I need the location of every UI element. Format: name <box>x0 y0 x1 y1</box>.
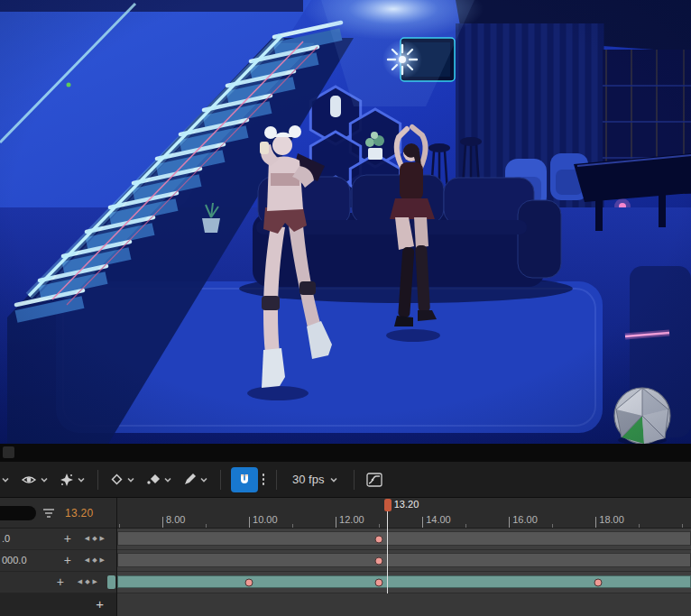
track-row-header[interactable]: + ◀◆▶ <box>0 572 116 593</box>
curve-grid-icon <box>366 473 382 487</box>
prev-key-button[interactable]: ◀ <box>78 578 85 584</box>
overflow-dropdown[interactable] <box>0 466 15 493</box>
ruler-minor-tick <box>206 524 207 528</box>
key-navigation: ◀◆▶ <box>85 556 107 564</box>
set-key-button[interactable]: ◆ <box>85 578 92 584</box>
snapping-toggle-button[interactable] <box>231 467 258 492</box>
track-section-teal[interactable] <box>117 575 691 588</box>
pen-icon <box>183 473 197 486</box>
add-track-button[interactable]: + <box>96 596 104 611</box>
filter-icon[interactable] <box>42 508 55 519</box>
keyframe-dot[interactable] <box>375 556 383 565</box>
3d-viewport[interactable] <box>0 0 691 444</box>
panel-corner-icon[interactable] <box>3 446 14 458</box>
next-key-button[interactable]: ▶ <box>100 556 107 563</box>
key-navigation: ◀◆▶ <box>85 535 107 542</box>
keyframe-dot[interactable] <box>245 578 253 586</box>
track-lane[interactable] <box>117 529 691 550</box>
ruler-minor-tick <box>119 524 120 528</box>
fps-dropdown[interactable]: 30 fps <box>283 466 347 493</box>
timeline-area: 8.0010.0012.0014.0016.0018.00 13.20 <box>117 498 691 616</box>
chevron-down-icon <box>77 476 86 483</box>
key-navigation: ◀◆▶ <box>78 578 100 585</box>
next-key-button[interactable]: ▶ <box>93 578 100 584</box>
track-row-header[interactable]: .0 + ◀◆▶ <box>0 529 116 550</box>
add-keyframe-button[interactable]: + <box>64 553 71 567</box>
ruler-major-tick <box>422 517 423 528</box>
ruler-major-tick <box>509 517 510 528</box>
chevron-down-icon <box>40 476 49 483</box>
keyframe-dot[interactable] <box>375 578 383 586</box>
ruler-tick-label: 8.00 <box>166 514 185 525</box>
set-key-button[interactable]: ◆ <box>92 535 99 541</box>
playhead-time-label: 13.20 <box>394 499 419 510</box>
track-row-header[interactable]: 000.0 + ◀◆▶ <box>0 550 116 572</box>
eye-icon <box>21 473 37 486</box>
current-time-display[interactable]: 13.20 <box>65 507 94 519</box>
track-lane[interactable] <box>117 572 691 593</box>
ruler-tick-label: 18.00 <box>599 514 624 525</box>
prev-key-button[interactable]: ◀ <box>85 556 92 563</box>
fill-options-button[interactable] <box>141 466 178 493</box>
chevron-down-icon <box>126 476 135 483</box>
magnet-icon <box>237 473 252 487</box>
set-key-button[interactable]: ◆ <box>92 556 99 563</box>
curve-editor-button[interactable] <box>361 466 388 493</box>
chevron-down-icon <box>163 476 172 483</box>
next-key-button[interactable]: ▶ <box>100 535 107 541</box>
track-panel: 13.20 .0 + ◀◆▶ 000.0 + ◀◆▶ + ◀◆▶ + <box>0 498 117 616</box>
track-section[interactable] <box>117 531 691 546</box>
key-diamond-icon <box>110 473 124 486</box>
ruler-minor-tick <box>639 524 640 528</box>
vignette <box>0 0 691 444</box>
snapping-options-menu[interactable] <box>258 467 269 492</box>
timeline-footer <box>117 593 691 616</box>
ruler-major-tick <box>336 517 336 528</box>
sequencer-toolbar: 30 fps <box>0 462 691 498</box>
track-panel-footer: + <box>0 593 116 616</box>
ruler-major-tick <box>249 517 250 528</box>
track-panel-header: 13.20 <box>0 498 116 529</box>
track-value: 000.0 <box>2 555 27 565</box>
chevron-down-icon <box>1 476 10 483</box>
toolbar-separator <box>220 470 221 490</box>
track-lane[interactable] <box>117 550 691 572</box>
view-options-button[interactable] <box>15 466 54 493</box>
ruler-minor-tick <box>379 524 380 528</box>
ruler-minor-tick <box>465 524 466 528</box>
ruler-tick-label: 14.00 <box>426 514 451 525</box>
ruler-major-tick <box>162 517 163 528</box>
ruler-tick-label: 12.00 <box>339 514 364 525</box>
ruler-minor-tick <box>682 524 683 528</box>
track-section[interactable] <box>117 553 691 567</box>
keyframe-dot[interactable] <box>375 535 383 543</box>
add-keyframe-button[interactable]: + <box>64 531 71 546</box>
sparkle-icon <box>60 473 74 487</box>
toolbar-separator <box>97 470 98 490</box>
track-color-chip <box>107 575 115 589</box>
ruler-tick-label: 10.00 <box>253 514 278 525</box>
playhead-line <box>387 511 389 593</box>
panel-divider-strip <box>0 444 691 462</box>
playhead-marker[interactable] <box>384 499 392 511</box>
toolbar-separator <box>276 470 277 490</box>
ruler-minor-tick <box>552 524 553 528</box>
prev-key-button[interactable]: ◀ <box>85 535 92 541</box>
edit-pen-options-button[interactable] <box>178 466 214 493</box>
keyframe-options-button[interactable] <box>105 466 141 493</box>
sequencer-timeline-panel: 13.20 .0 + ◀◆▶ 000.0 + ◀◆▶ + ◀◆▶ + 8.001… <box>0 498 691 616</box>
keyframe-dot[interactable] <box>594 578 602 586</box>
ruler-tick-label: 16.00 <box>512 514 538 525</box>
playback-options-button[interactable] <box>54 466 91 493</box>
toolbar-separator <box>354 470 355 490</box>
paint-bucket-icon <box>146 473 161 486</box>
search-box[interactable] <box>0 506 36 520</box>
chevron-down-icon <box>329 476 338 483</box>
add-keyframe-button[interactable]: + <box>57 575 64 589</box>
ruler-major-tick <box>595 517 596 528</box>
ruler-minor-tick <box>292 524 293 528</box>
chevron-down-icon <box>199 476 208 483</box>
fps-label: 30 fps <box>292 473 324 486</box>
track-value: .0 <box>2 533 10 544</box>
